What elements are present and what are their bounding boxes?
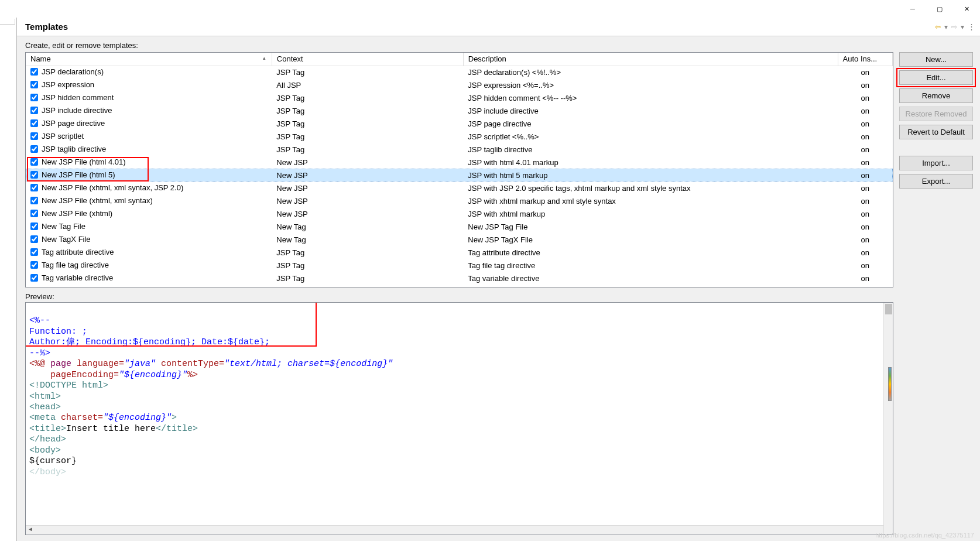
row-checkbox[interactable] (30, 145, 38, 153)
row-description-label: JSP with html 5 markup (463, 169, 838, 182)
row-checkbox[interactable] (30, 235, 38, 243)
back-icon[interactable]: ⇦ (935, 23, 941, 31)
table-row[interactable]: JSP scriptletJSP TagJSP scriptlet <%..%>… (26, 130, 893, 143)
row-autoins-label: on (838, 246, 892, 259)
row-context-label: JSP Tag (272, 246, 463, 259)
row-autoins-label: on (838, 143, 892, 156)
row-name-label: JSP page directive (42, 119, 105, 128)
table-row[interactable]: JSP expressionAll JSPJSP expression <%=.… (26, 78, 893, 91)
row-checkbox[interactable] (30, 222, 38, 230)
row-name-label: New TagX File (42, 235, 91, 244)
export-button[interactable]: Export... (899, 174, 973, 189)
table-row[interactable]: New JSP File (xhtml)New JSPJSP with xhtm… (26, 207, 893, 220)
import-button[interactable]: Import... (899, 156, 973, 170)
left-panel-stub (0, 18, 16, 541)
table-row[interactable]: Tag file tag directiveJSP TagTag file ta… (26, 259, 893, 272)
row-autoins-label: on (838, 104, 892, 117)
row-checkbox[interactable] (30, 132, 38, 140)
column-description[interactable]: Description (463, 53, 838, 66)
revert-button[interactable]: Revert to Default (899, 125, 973, 139)
row-name-label: New JSP File (xhtml, xml syntax) (42, 196, 153, 205)
row-name-label: New JSP File (xhtml, xml syntax, JSP 2.0… (42, 183, 183, 192)
row-name-label: Tag file tag directive (42, 261, 109, 269)
row-description-label: JSP page directive (463, 117, 838, 130)
table-row[interactable]: JSP include directiveJSP TagJSP include … (26, 104, 893, 117)
row-checkbox[interactable] (30, 184, 38, 191)
remove-button[interactable]: Remove (899, 88, 973, 103)
row-description-label: Tag attribute directive (463, 246, 838, 259)
preview-pane[interactable]: <%-- Function: ; Author:偉; Encoding:${en… (25, 302, 893, 535)
row-description-label: JSP scriptlet <%..%> (463, 130, 838, 143)
row-autoins-label: on (838, 194, 892, 207)
back-menu-icon[interactable]: ▾ (944, 23, 948, 31)
row-description-label: JSP taglib directive (463, 143, 838, 156)
page-title: Templates (25, 22, 68, 32)
sort-indicator-icon: ▴ (263, 55, 266, 61)
column-autoins[interactable]: Auto Ins... (838, 53, 892, 66)
row-description-label: JSP with html 4.01 markup (463, 156, 838, 169)
row-autoins-label: on (838, 91, 892, 104)
row-checkbox[interactable] (30, 119, 38, 127)
row-checkbox[interactable] (30, 210, 38, 217)
row-checkbox[interactable] (30, 81, 38, 88)
row-description-label: JSP hidden comment <%-- --%> (463, 91, 838, 104)
forward-icon[interactable]: ⇨ (951, 23, 957, 31)
row-context-label: All JSP (272, 78, 463, 91)
row-description-label: Tag file tag directive (463, 259, 838, 272)
row-checkbox[interactable] (30, 158, 38, 166)
row-autoins-label: on (838, 207, 892, 220)
minimize-button[interactable]: ─ (899, 0, 926, 18)
row-name-label: JSP hidden comment (42, 93, 114, 102)
row-autoins-label: on (838, 66, 892, 78)
row-checkbox[interactable] (30, 274, 38, 282)
templates-table[interactable]: Name▴ Context Description Auto Ins... JS… (25, 52, 893, 287)
row-context-label: JSP Tag (272, 104, 463, 117)
table-row[interactable]: JSP declaration(s)JSP TagJSP declaration… (26, 66, 893, 78)
row-context-label: JSP Tag (272, 259, 463, 272)
window-titlebar: ─ ▢ ✕ (0, 0, 980, 18)
row-name-label: New Tag File (42, 222, 85, 231)
table-row[interactable]: New JSP File (xhtml, xml syntax)New JSPJ… (26, 194, 893, 207)
preview-hscrollbar[interactable]: ◄ (26, 525, 883, 535)
row-name-label: JSP taglib directive (42, 145, 106, 153)
table-row[interactable]: New JSP File (html 4.01)New JSPJSP with … (26, 156, 893, 169)
row-description-label: JSP with JSP 2.0 specific tags, xhtml ma… (463, 182, 838, 194)
table-row[interactable]: New TagX FileNew TagNew JSP TagX Fileon (26, 233, 893, 246)
overview-ruler (887, 303, 893, 535)
menu-icon[interactable]: ⋮ (968, 22, 975, 31)
row-checkbox[interactable] (30, 171, 38, 179)
row-checkbox[interactable] (30, 94, 38, 101)
row-autoins-label: on (838, 220, 892, 233)
table-row[interactable]: Tag attribute directiveJSP TagTag attrib… (26, 246, 893, 259)
row-checkbox[interactable] (30, 68, 38, 76)
table-row[interactable]: New Tag FileNew TagNew JSP Tag Fileon (26, 220, 893, 233)
forward-menu-icon[interactable]: ▾ (961, 23, 964, 31)
row-checkbox[interactable] (30, 197, 38, 204)
row-autoins-label: on (838, 117, 892, 130)
table-row[interactable]: JSP hidden commentJSP TagJSP hidden comm… (26, 91, 893, 104)
column-context[interactable]: Context (272, 53, 463, 66)
row-autoins-label: on (838, 259, 892, 272)
table-row[interactable]: New JSP File (html 5)New JSPJSP with htm… (26, 169, 893, 182)
maximize-button[interactable]: ▢ (926, 0, 953, 18)
row-context-label: JSP Tag (272, 117, 463, 130)
row-context-label: New Tag (272, 220, 463, 233)
table-row[interactable]: New JSP File (xhtml, xml syntax, JSP 2.0… (26, 182, 893, 194)
row-name-label: New JSP File (xhtml) (42, 209, 112, 218)
column-name[interactable]: Name▴ (26, 53, 272, 66)
row-autoins-label: on (838, 156, 892, 169)
row-checkbox[interactable] (30, 261, 38, 269)
new-button[interactable]: New... (899, 52, 973, 67)
close-button[interactable]: ✕ (953, 0, 980, 18)
row-autoins-label: on (838, 78, 892, 91)
row-checkbox[interactable] (30, 248, 38, 256)
table-row[interactable]: Tag variable directiveJSP TagTag variabl… (26, 272, 893, 285)
page-header: Templates ⇦ ▾ ⇨ ▾ ⋮ (17, 18, 980, 36)
row-description-label: JSP with xhtml markup and xml style synt… (463, 194, 838, 207)
table-row[interactable]: JSP taglib directiveJSP TagJSP taglib di… (26, 143, 893, 156)
row-context-label: New JSP (272, 156, 463, 169)
row-checkbox[interactable] (30, 107, 38, 114)
row-description-label: New JSP Tag File (463, 220, 838, 233)
edit-button[interactable]: Edit... (899, 70, 973, 85)
table-row[interactable]: JSP page directiveJSP TagJSP page direct… (26, 117, 893, 130)
